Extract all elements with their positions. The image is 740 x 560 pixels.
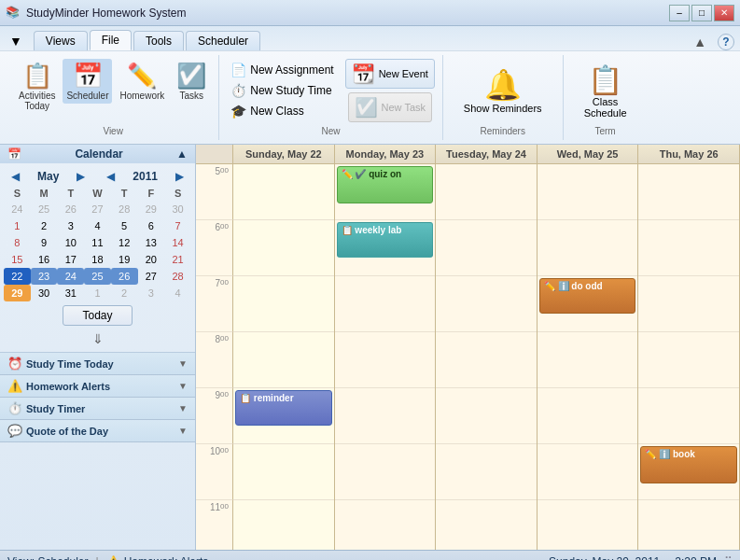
cal-date[interactable]: 7 [164, 217, 191, 234]
cal-date[interactable]: 3 [57, 217, 84, 234]
cal-date[interactable]: 24 [57, 268, 84, 285]
sidebar-panel-homework-alerts[interactable]: ⚠️ Homework Alerts ▼ [0, 375, 195, 398]
cal-prev-month[interactable]: ◀ [7, 169, 23, 184]
minimize-button[interactable]: – [669, 5, 690, 21]
cal-date[interactable]: 11 [84, 234, 111, 251]
cal-next-year[interactable]: ▶ [172, 169, 188, 184]
hour-slot[interactable] [638, 220, 739, 276]
hour-slot[interactable] [436, 500, 537, 550]
cal-date[interactable]: 27 [84, 201, 111, 217]
cal-date[interactable]: 28 [164, 268, 191, 285]
cal-date[interactable]: 14 [164, 234, 191, 251]
cal-date[interactable]: 19 [111, 251, 138, 268]
new-class-button[interactable]: 🎓 New Class [227, 102, 337, 120]
hour-slot[interactable] [233, 500, 334, 550]
new-study-time-button[interactable]: ⏱️ New Study Time [227, 81, 337, 100]
cal-prev-year[interactable]: ◀ [103, 169, 119, 184]
cal-date[interactable]: 3 [138, 285, 165, 301]
cal-date[interactable]: 6 [138, 217, 165, 234]
hour-slot[interactable] [335, 388, 436, 444]
sidebar-panel-study-time-today[interactable]: ⏰ Study Time Today ▼ [0, 353, 195, 375]
hour-slot[interactable] [436, 332, 537, 388]
sidebar-panel-quote-of-the-day[interactable]: 💬 Quote of the Day ▼ [0, 420, 195, 442]
new-assignment-button[interactable]: 📄 New Assignment [227, 61, 337, 79]
cal-date[interactable]: 2 [31, 217, 58, 234]
cal-date[interactable]: 10 [57, 234, 84, 251]
hour-slot[interactable] [538, 444, 638, 500]
hour-slot[interactable] [638, 276, 739, 332]
cal-date[interactable]: 5 [111, 217, 138, 234]
hour-slot[interactable] [233, 164, 334, 220]
cal-date[interactable]: 28 [111, 201, 138, 217]
cal-date[interactable]: 9 [31, 234, 58, 251]
hour-slot[interactable] [436, 220, 537, 276]
maximize-button[interactable]: □ [691, 5, 712, 21]
hour-slot[interactable] [538, 164, 638, 220]
calendar-event[interactable]: ✏️ ✔️ quiz on [337, 166, 434, 203]
cal-date[interactable]: 23 [31, 268, 58, 285]
cal-date[interactable]: 25 [84, 268, 111, 285]
homework-button[interactable]: ✏️ Homework [116, 59, 168, 104]
cal-date[interactable]: 2 [111, 285, 138, 301]
new-event-button[interactable]: 📆 New Event [345, 59, 435, 89]
hour-slot[interactable] [638, 332, 739, 388]
cal-date[interactable]: 26 [111, 268, 138, 285]
hour-slot[interactable] [638, 500, 739, 550]
tab-scheduler[interactable]: Scheduler [186, 31, 260, 50]
cal-date[interactable]: 30 [31, 285, 58, 301]
cal-date[interactable]: 30 [164, 201, 191, 217]
cal-next-month[interactable]: ▶ [73, 169, 89, 184]
hour-slot[interactable] [638, 388, 739, 444]
cal-date[interactable]: 29 [138, 201, 165, 217]
cal-date[interactable]: 18 [84, 251, 111, 268]
cal-date[interactable]: 29 [4, 285, 31, 301]
class-schedule-button[interactable]: 📋 ClassSchedule [579, 62, 633, 120]
close-button[interactable]: ✕ [714, 5, 734, 21]
cal-date[interactable]: 26 [57, 201, 84, 217]
cal-date[interactable]: 17 [57, 251, 84, 268]
hour-slot[interactable] [638, 164, 739, 220]
cal-date[interactable]: 31 [57, 285, 84, 301]
hour-slot[interactable] [233, 332, 334, 388]
hour-slot[interactable] [233, 220, 334, 276]
hour-slot[interactable] [538, 500, 638, 550]
cal-date[interactable]: 16 [31, 251, 58, 268]
hour-slot[interactable] [538, 332, 638, 388]
cal-date[interactable]: 1 [4, 217, 31, 234]
calendar-event[interactable]: ✏️ ℹ️ do odd [539, 278, 636, 314]
cal-date[interactable]: 20 [138, 251, 165, 268]
today-button[interactable]: Today [63, 305, 132, 326]
activities-today-button[interactable]: 📋 ActivitiesToday [15, 59, 59, 114]
resize-grip[interactable]: ⠿ [724, 555, 733, 561]
cal-date[interactable]: 8 [4, 234, 31, 251]
calendar-event[interactable]: ✏️ ℹ️ book [640, 446, 737, 483]
cal-date[interactable]: 13 [138, 234, 165, 251]
tab-file[interactable]: File [90, 30, 132, 50]
ribbon-quick-access[interactable]: ▼ [6, 32, 26, 50]
show-reminders-button[interactable]: 🔔 Show Reminders [458, 65, 548, 116]
cal-date[interactable]: 21 [164, 251, 191, 268]
help-button[interactable]: ? [718, 34, 734, 50]
hour-slot[interactable] [233, 444, 334, 500]
hour-slot[interactable] [538, 220, 638, 276]
sidebar-panel-study-timer[interactable]: ⏱️ Study Timer ▼ [0, 398, 195, 420]
cal-date[interactable]: 25 [31, 201, 58, 217]
cal-date[interactable]: 1 [84, 285, 111, 301]
cal-date[interactable]: 15 [4, 251, 31, 268]
tab-views[interactable]: Views [34, 31, 88, 50]
collapse-ribbon[interactable]: ▲ [693, 35, 706, 49]
hour-slot[interactable] [436, 164, 537, 220]
hour-slot[interactable] [436, 276, 537, 332]
hour-slot[interactable] [335, 500, 436, 550]
hour-slot[interactable] [436, 444, 537, 500]
hour-slot[interactable] [436, 388, 537, 444]
cal-date[interactable]: 4 [84, 217, 111, 234]
cal-date[interactable]: 4 [164, 285, 191, 301]
hour-slot[interactable] [335, 276, 436, 332]
new-task-button[interactable]: ☑️ New Task [348, 92, 432, 122]
cal-date[interactable]: 12 [111, 234, 138, 251]
hour-slot[interactable] [335, 444, 436, 500]
calendar-event[interactable]: 📋 reminder [235, 390, 332, 426]
cal-date[interactable]: 27 [138, 268, 165, 285]
scheduler-button[interactable]: 📅 Scheduler [63, 59, 112, 104]
